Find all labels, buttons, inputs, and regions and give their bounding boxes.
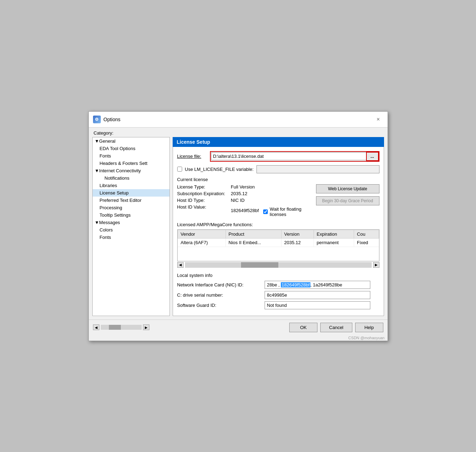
license-file-label: License file:	[177, 154, 207, 159]
footer-scroll-right[interactable]: ▶	[143, 324, 149, 330]
host-id-value: 182649f528bf	[231, 208, 259, 213]
footer-scrollbar: ◀ ▶	[93, 324, 149, 330]
scroll-left-arrow[interactable]: ◀	[177, 262, 184, 268]
guard-label: Software Guard ID:	[177, 303, 262, 308]
sidebar-item-internet-connectivity[interactable]: ▼Internet Connectivity	[93, 167, 169, 174]
wait-float-checkbox[interactable]	[263, 209, 268, 214]
sidebar-item-libraries[interactable]: Libraries	[93, 182, 169, 189]
browse-button[interactable]: ...	[366, 152, 379, 161]
nic-row: Network Interface Card (NIC) ID: 28be , …	[177, 281, 379, 289]
license-info-and-buttons: License Type: Full Version Subscription …	[177, 184, 379, 217]
web-update-button[interactable]: Web License Update	[316, 184, 379, 193]
col-count: Cou	[354, 230, 379, 238]
wait-float-row: Wait for floating licenses	[263, 206, 312, 217]
current-license-section: Current license License Type: Full Versi…	[177, 177, 379, 217]
drive-row: C: drive serial number: 8c49985e	[177, 291, 379, 299]
watermark: CSDN @mohaoyuan	[89, 335, 388, 341]
help-button[interactable]: Help	[355, 323, 383, 332]
host-id-value-label: Host ID Value:	[177, 204, 225, 217]
local-system-label: Local system info	[177, 273, 379, 278]
sidebar-item-tooltip-settings[interactable]: Tooltip Settings	[93, 211, 169, 219]
scroll-thumb	[241, 262, 278, 268]
dialog-footer: ◀ ▶ OK Cancel Help	[89, 320, 388, 335]
title-bar: ⚙ Options ×	[89, 112, 388, 128]
wait-float-label: Wait for floating licenses	[270, 206, 312, 217]
subscription-label: Subscription Expiration:	[177, 191, 225, 196]
license-info: License Type: Full Version Subscription …	[177, 184, 312, 217]
sidebar-item-general[interactable]: ▼General	[93, 137, 169, 145]
nic-label: Network Interface Card (NIC) ID:	[177, 282, 262, 287]
sidebar-item-headers-footers[interactable]: Headers & Footers Sett	[93, 160, 169, 167]
license-file-input-wrap: ...	[210, 151, 379, 162]
close-button[interactable]: ×	[373, 114, 383, 124]
host-id-type-label: Host ID Type:	[177, 198, 225, 203]
sidebar-item-preferred-text-editor[interactable]: Preferred Text Editor	[93, 197, 169, 204]
guard-value: Not found	[265, 301, 370, 309]
lm-row: Use LM_LICENSE_FILE variable:	[177, 165, 379, 173]
lm-label: Use LM_LICENSE_FILE variable:	[185, 167, 254, 172]
ampp-table-wrap: Vendor Product Version Expiration Cou Al…	[177, 229, 379, 261]
category-label: Category:	[89, 128, 388, 137]
ampp-table: Vendor Product Version Expiration Cou Al…	[178, 230, 379, 261]
col-product: Product	[225, 230, 281, 238]
license-file-row: License file: ...	[177, 151, 379, 162]
app-icon: ⚙	[93, 116, 101, 123]
current-license-header: Current license	[177, 177, 379, 182]
cell-version: 2035.12	[281, 238, 314, 247]
nic-value-after: , 1a2649f528be	[310, 282, 342, 287]
col-expiration: Expiration	[314, 230, 354, 238]
lm-checkbox[interactable]	[177, 167, 182, 172]
guard-row: Software Guard ID: Not found	[177, 301, 379, 309]
scroll-track[interactable]	[185, 262, 372, 268]
footer-scroll-thumb	[109, 325, 121, 330]
drive-label: C: drive serial number:	[177, 292, 262, 298]
footer-scroll-left[interactable]: ◀	[93, 324, 99, 330]
lm-input[interactable]	[256, 165, 379, 173]
ampp-section: Licensed AMPP/MegaCore functions: Vendor…	[177, 222, 379, 268]
sidebar-item-notifications[interactable]: Notifications	[93, 174, 169, 182]
cell-product: Nios II Embed...	[225, 238, 281, 247]
col-version: Version	[281, 230, 314, 238]
ok-button[interactable]: OK	[289, 323, 317, 332]
sidebar-item-processing[interactable]: Processing	[93, 204, 169, 211]
footer-buttons: OK Cancel Help	[289, 323, 383, 332]
host-id-type-value: NIC ID	[231, 198, 311, 203]
license-file-input[interactable]	[211, 152, 366, 160]
ampp-scrollbar: ◀ ▶	[177, 262, 379, 268]
scroll-right-arrow[interactable]: ▶	[373, 262, 379, 268]
cell-expiration: permanent	[314, 238, 354, 247]
cell-count: Fixed	[354, 238, 379, 247]
license-type-value: Full Version	[231, 184, 311, 190]
nic-value-before: 28be ,	[267, 282, 280, 287]
table-row: Altera (6AF7) Nios II Embed... 2035.12 p…	[178, 238, 379, 247]
local-system-section: Local system info Network Interface Card…	[177, 273, 379, 311]
cancel-button[interactable]: Cancel	[320, 323, 352, 332]
license-buttons: Web License Update Begin 30-day Grace Pe…	[316, 184, 379, 217]
options-dialog: ⚙ Options × Category: ▼General EDA Tool …	[88, 111, 388, 341]
sidebar-item-messages[interactable]: ▼Messages	[93, 219, 169, 226]
sidebar-item-colors[interactable]: Colors	[93, 226, 169, 234]
panel-content: License file: ... Use LM_LICENSE_FILE va…	[173, 147, 384, 316]
sidebar-item-fonts2[interactable]: Fonts	[93, 234, 169, 241]
sidebar: ▼General EDA Tool Options Fonts Headers …	[92, 137, 170, 316]
cell-vendor: Altera (6AF7)	[178, 238, 225, 247]
subscription-value: 2035.12	[231, 191, 311, 196]
ampp-label: Licensed AMPP/MegaCore functions:	[177, 222, 379, 227]
dialog-title: Options	[104, 117, 371, 122]
footer-scroll-track[interactable]	[101, 325, 142, 330]
license-type-label: License Type:	[177, 184, 225, 190]
panel-header: License Setup	[173, 137, 384, 147]
sidebar-item-license-setup[interactable]: License Setup	[93, 189, 169, 197]
col-vendor: Vendor	[178, 230, 225, 238]
grace-period-button[interactable]: Begin 30-day Grace Period	[316, 196, 379, 205]
nic-value: 28be , 182649f528bf , 1a2649f528be	[265, 281, 370, 289]
sidebar-item-fonts[interactable]: Fonts	[93, 152, 169, 160]
drive-value: 8c49985e	[265, 291, 370, 299]
main-panel: License Setup License file: ... Use LM_L…	[173, 137, 384, 316]
content-area: ▼General EDA Tool Options Fonts Headers …	[89, 137, 388, 320]
sidebar-item-eda-tool-options[interactable]: EDA Tool Options	[93, 145, 169, 152]
nic-value-highlight: 182649f528bf	[281, 282, 310, 287]
